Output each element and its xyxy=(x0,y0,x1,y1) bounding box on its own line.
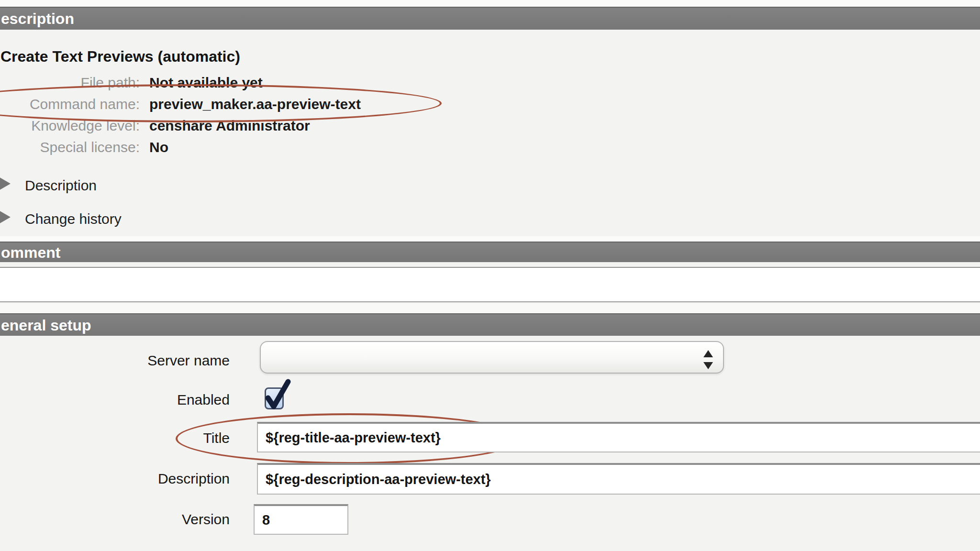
title-input[interactable] xyxy=(257,422,980,452)
disclosure-label: Change history xyxy=(25,211,122,227)
disclosure-row-description[interactable]: Description xyxy=(0,176,201,195)
title-label: Title xyxy=(62,430,230,447)
server-name-label: Server name xyxy=(62,352,230,369)
field-label-special-license: Special license: xyxy=(0,139,140,156)
admin-command-config-panel: escription Create Text Previews (automat… xyxy=(0,0,980,551)
section-header-comment-label: omment xyxy=(1,243,60,261)
field-value-knowledge-level: censhare Administrator xyxy=(149,117,310,134)
page-title: Create Text Previews (automatic) xyxy=(0,48,240,65)
stepper-down-icon xyxy=(703,362,713,369)
disclosure-label: Description xyxy=(25,177,97,194)
stepper-up-icon xyxy=(703,350,713,357)
section-header-general-setup: eneral setup xyxy=(0,313,980,336)
section-header-general-setup-label: eneral setup xyxy=(1,316,91,334)
disclosure-triangle-icon xyxy=(0,176,11,191)
server-name-select[interactable] xyxy=(260,341,724,374)
comment-textarea[interactable] xyxy=(0,267,980,302)
disclosure-row-change-history[interactable]: Change history xyxy=(0,209,201,229)
enabled-checkbox[interactable] xyxy=(265,387,284,409)
top-strip xyxy=(0,0,980,7)
section-header-description: escription xyxy=(0,7,980,30)
disclosure-triangle-icon xyxy=(0,210,11,224)
description-input[interactable] xyxy=(257,463,980,495)
field-value-special-license: No xyxy=(149,139,168,156)
version-label: Version xyxy=(62,511,230,528)
description-label: Description xyxy=(62,470,230,487)
enabled-label: Enabled xyxy=(62,391,230,408)
version-input[interactable] xyxy=(254,504,348,535)
field-label-knowledge-level: Knowledge level: xyxy=(0,117,140,134)
section-header-comment: omment xyxy=(0,242,980,262)
general-highlight-strip xyxy=(0,303,980,313)
field-value-command-name: preview_maker.aa-preview-text xyxy=(149,96,361,113)
section-header-description-label: escription xyxy=(1,10,74,28)
field-label-command-name: Command name: xyxy=(0,96,140,113)
field-label-file-path: File path: xyxy=(0,74,140,91)
comment-highlight-strip xyxy=(0,236,980,242)
field-value-file-path: Not available yet xyxy=(149,74,263,91)
